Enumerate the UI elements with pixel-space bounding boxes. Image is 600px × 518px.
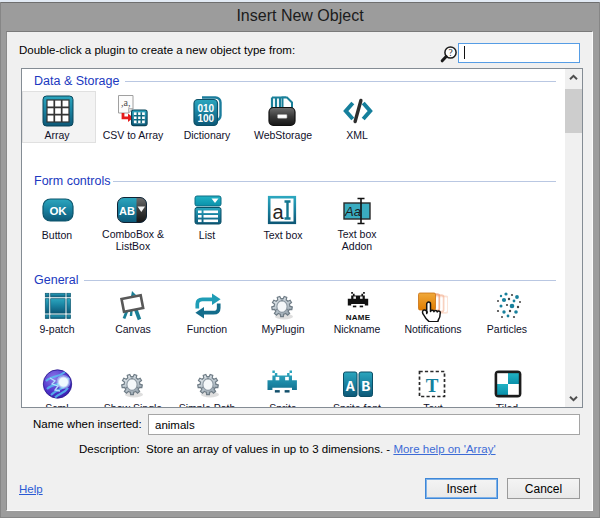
svg-text:Aa: Aa [344,204,361,219]
svg-text:a: a [272,201,284,223]
svg-text:T: T [426,375,439,396]
svg-text:,a,: ,a, [121,97,130,108]
svg-text:A: A [346,379,355,396]
svg-text:NAME: NAME [346,313,371,322]
svg-text:010: 010 [197,103,214,114]
svg-text:?: ? [448,48,452,58]
svg-text:B: B [361,379,370,396]
svg-text:OK: OK [49,205,67,217]
svg-text:AB: AB [119,205,135,217]
svg-text:100: 100 [197,113,214,124]
